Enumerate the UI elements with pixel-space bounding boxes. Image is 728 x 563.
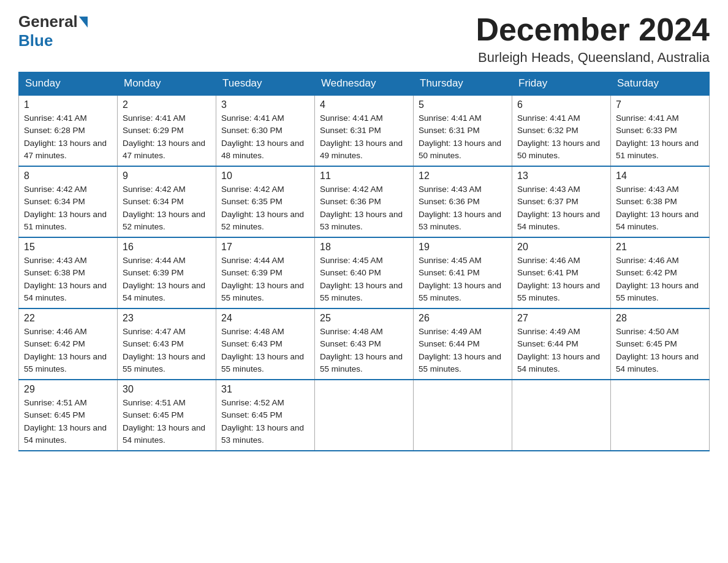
day-info: Sunrise: 4:41 AMSunset: 6:30 PMDaylight:…: [221, 112, 309, 162]
calendar-cell: 10 Sunrise: 4:42 AMSunset: 6:35 PMDaylig…: [216, 166, 315, 237]
day-number: 19: [419, 242, 507, 253]
day-number: 24: [221, 313, 309, 324]
weekday-header-sunday: Sunday: [19, 72, 118, 96]
page-header: General Blue December 2024 Burleigh Head…: [18, 12, 710, 66]
day-info: Sunrise: 4:44 AMSunset: 6:39 PMDaylight:…: [123, 255, 211, 304]
month-title: December 2024: [476, 12, 710, 47]
day-info: Sunrise: 4:49 AMSunset: 6:44 PMDaylight:…: [419, 326, 507, 375]
calendar-header-row: SundayMondayTuesdayWednesdayThursdayFrid…: [19, 72, 710, 96]
day-number: 3: [221, 99, 309, 110]
calendar-cell: [512, 380, 611, 451]
day-number: 25: [320, 313, 408, 324]
day-number: 21: [616, 242, 704, 253]
weekday-header-saturday: Saturday: [611, 72, 710, 96]
calendar-cell: 25 Sunrise: 4:48 AMSunset: 6:43 PMDaylig…: [315, 308, 414, 380]
day-info: Sunrise: 4:43 AMSunset: 6:37 PMDaylight:…: [517, 183, 605, 233]
location-title: Burleigh Heads, Queensland, Australia: [476, 50, 710, 66]
day-number: 31: [221, 384, 309, 395]
calendar-cell: 5 Sunrise: 4:41 AMSunset: 6:31 PMDayligh…: [414, 95, 512, 166]
day-info: Sunrise: 4:46 AMSunset: 6:42 PMDaylight:…: [616, 255, 704, 304]
calendar-cell: 26 Sunrise: 4:49 AMSunset: 6:44 PMDaylig…: [414, 308, 512, 380]
calendar-cell: 19 Sunrise: 4:45 AMSunset: 6:41 PMDaylig…: [414, 237, 512, 308]
day-info: Sunrise: 4:41 AMSunset: 6:32 PMDaylight:…: [517, 112, 605, 162]
logo-general-text: General: [18, 12, 78, 31]
day-number: 23: [123, 313, 211, 324]
calendar-cell: 18 Sunrise: 4:45 AMSunset: 6:40 PMDaylig…: [315, 237, 414, 308]
day-info: Sunrise: 4:43 AMSunset: 6:38 PMDaylight:…: [616, 183, 704, 233]
calendar-cell: 8 Sunrise: 4:42 AMSunset: 6:34 PMDayligh…: [19, 166, 118, 237]
calendar-cell: 13 Sunrise: 4:43 AMSunset: 6:37 PMDaylig…: [512, 166, 611, 237]
day-info: Sunrise: 4:52 AMSunset: 6:45 PMDaylight:…: [221, 397, 309, 446]
calendar-cell: 15 Sunrise: 4:43 AMSunset: 6:38 PMDaylig…: [19, 237, 118, 308]
day-info: Sunrise: 4:42 AMSunset: 6:35 PMDaylight:…: [221, 183, 309, 233]
day-info: Sunrise: 4:41 AMSunset: 6:31 PMDaylight:…: [419, 112, 507, 162]
day-number: 10: [221, 170, 309, 182]
day-info: Sunrise: 4:48 AMSunset: 6:43 PMDaylight:…: [320, 326, 408, 375]
calendar-cell: 16 Sunrise: 4:44 AMSunset: 6:39 PMDaylig…: [118, 237, 216, 308]
weekday-header-wednesday: Wednesday: [315, 72, 414, 96]
calendar-week-1: 1 Sunrise: 4:41 AMSunset: 6:28 PMDayligh…: [19, 95, 710, 166]
calendar-cell: 23 Sunrise: 4:47 AMSunset: 6:43 PMDaylig…: [118, 308, 216, 380]
day-number: 9: [123, 170, 211, 182]
calendar-cell: [611, 380, 710, 451]
day-number: 14: [616, 170, 704, 182]
day-info: Sunrise: 4:51 AMSunset: 6:45 PMDaylight:…: [24, 397, 112, 446]
day-info: Sunrise: 4:51 AMSunset: 6:45 PMDaylight:…: [123, 397, 211, 446]
day-number: 12: [419, 170, 507, 182]
day-info: Sunrise: 4:43 AMSunset: 6:36 PMDaylight:…: [419, 183, 507, 233]
calendar-cell: 24 Sunrise: 4:48 AMSunset: 6:43 PMDaylig…: [216, 308, 315, 380]
logo-blue-text: Blue: [18, 31, 53, 50]
day-number: 27: [517, 313, 605, 324]
day-number: 29: [24, 384, 112, 395]
day-number: 22: [24, 313, 112, 324]
day-number: 28: [616, 313, 704, 324]
day-info: Sunrise: 4:49 AMSunset: 6:44 PMDaylight:…: [517, 326, 605, 375]
weekday-header-friday: Friday: [512, 72, 611, 96]
calendar-cell: 1 Sunrise: 4:41 AMSunset: 6:28 PMDayligh…: [19, 95, 118, 166]
title-area: December 2024 Burleigh Heads, Queensland…: [476, 12, 710, 66]
day-info: Sunrise: 4:43 AMSunset: 6:38 PMDaylight:…: [24, 255, 112, 304]
day-info: Sunrise: 4:45 AMSunset: 6:40 PMDaylight:…: [320, 255, 408, 304]
calendar-cell: 4 Sunrise: 4:41 AMSunset: 6:31 PMDayligh…: [315, 95, 414, 166]
day-number: 13: [517, 170, 605, 182]
day-info: Sunrise: 4:42 AMSunset: 6:34 PMDaylight:…: [24, 183, 112, 233]
day-number: 20: [517, 242, 605, 253]
day-info: Sunrise: 4:46 AMSunset: 6:41 PMDaylight:…: [517, 255, 605, 304]
logo: General Blue: [18, 12, 89, 50]
day-number: 26: [419, 313, 507, 324]
calendar-week-3: 15 Sunrise: 4:43 AMSunset: 6:38 PMDaylig…: [19, 237, 710, 308]
calendar-cell: 2 Sunrise: 4:41 AMSunset: 6:29 PMDayligh…: [118, 95, 216, 166]
calendar-cell: 17 Sunrise: 4:44 AMSunset: 6:39 PMDaylig…: [216, 237, 315, 308]
day-info: Sunrise: 4:48 AMSunset: 6:43 PMDaylight:…: [221, 326, 309, 375]
day-number: 15: [24, 242, 112, 253]
day-number: 18: [320, 242, 408, 253]
calendar-cell: 6 Sunrise: 4:41 AMSunset: 6:32 PMDayligh…: [512, 95, 611, 166]
day-number: 6: [517, 99, 605, 110]
day-info: Sunrise: 4:50 AMSunset: 6:45 PMDaylight:…: [616, 326, 704, 375]
calendar-cell: 21 Sunrise: 4:46 AMSunset: 6:42 PMDaylig…: [611, 237, 710, 308]
calendar-week-4: 22 Sunrise: 4:46 AMSunset: 6:42 PMDaylig…: [19, 308, 710, 380]
calendar-cell: 30 Sunrise: 4:51 AMSunset: 6:45 PMDaylig…: [118, 380, 216, 451]
calendar-cell: [315, 380, 414, 451]
day-info: Sunrise: 4:41 AMSunset: 6:28 PMDaylight:…: [24, 112, 112, 162]
calendar-week-5: 29 Sunrise: 4:51 AMSunset: 6:45 PMDaylig…: [19, 380, 710, 451]
calendar-table: SundayMondayTuesdayWednesdayThursdayFrid…: [18, 72, 710, 451]
calendar-cell: 14 Sunrise: 4:43 AMSunset: 6:38 PMDaylig…: [611, 166, 710, 237]
day-info: Sunrise: 4:41 AMSunset: 6:29 PMDaylight:…: [123, 112, 211, 162]
day-number: 16: [123, 242, 211, 253]
calendar-cell: 27 Sunrise: 4:49 AMSunset: 6:44 PMDaylig…: [512, 308, 611, 380]
calendar-cell: 11 Sunrise: 4:42 AMSunset: 6:36 PMDaylig…: [315, 166, 414, 237]
day-info: Sunrise: 4:45 AMSunset: 6:41 PMDaylight:…: [419, 255, 507, 304]
day-info: Sunrise: 4:44 AMSunset: 6:39 PMDaylight:…: [221, 255, 309, 304]
day-info: Sunrise: 4:42 AMSunset: 6:34 PMDaylight:…: [123, 183, 211, 233]
day-number: 11: [320, 170, 408, 182]
calendar-cell: 20 Sunrise: 4:46 AMSunset: 6:41 PMDaylig…: [512, 237, 611, 308]
day-number: 2: [123, 99, 211, 110]
calendar-cell: [414, 380, 512, 451]
calendar-cell: 29 Sunrise: 4:51 AMSunset: 6:45 PMDaylig…: [19, 380, 118, 451]
day-number: 30: [123, 384, 211, 395]
calendar-cell: 22 Sunrise: 4:46 AMSunset: 6:42 PMDaylig…: [19, 308, 118, 380]
day-number: 17: [221, 242, 309, 253]
calendar-cell: 12 Sunrise: 4:43 AMSunset: 6:36 PMDaylig…: [414, 166, 512, 237]
day-info: Sunrise: 4:47 AMSunset: 6:43 PMDaylight:…: [123, 326, 211, 375]
